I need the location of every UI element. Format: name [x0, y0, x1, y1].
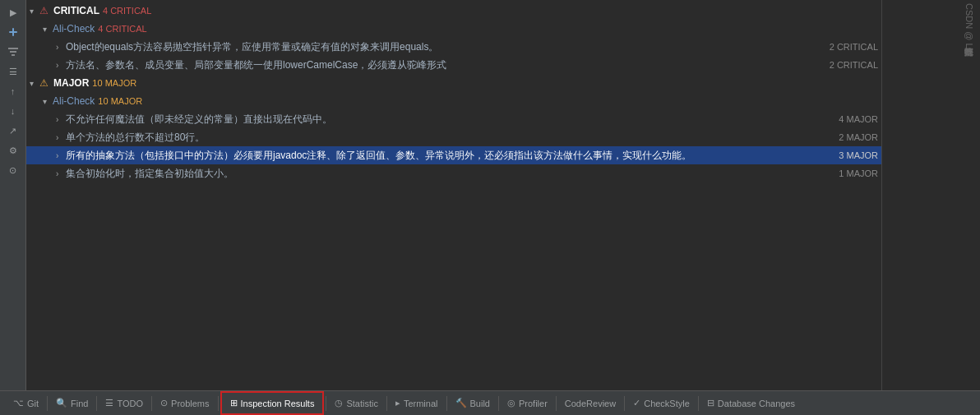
- problems-tab[interactable]: ⊙ Problems: [154, 391, 215, 415]
- expand-up-button[interactable]: ↑: [4, 82, 22, 100]
- item-camelcase-text: 方法名、参数名、成员变量、局部变量都统一使用lowerCamelCase，必须遵…: [66, 58, 825, 72]
- filter2-button[interactable]: ☰: [4, 62, 22, 81]
- checkstyle-tab[interactable]: ✓ CheckStyle: [626, 391, 696, 415]
- collapse-down-button[interactable]: ↓: [4, 102, 22, 120]
- codereview-tab[interactable]: CodeReview: [558, 391, 622, 415]
- main-area: ▶ ☰ ↑ ↓ ↗ ⚙ ⊙ ⚠ CRITICAL 4 CRITICAL: [0, 0, 980, 390]
- profiler-tab[interactable]: ◎ Profiler: [501, 391, 554, 415]
- ali-check-major-chevron: [43, 97, 53, 106]
- more-button[interactable]: ⊙: [4, 161, 22, 179]
- major-chevron: [30, 79, 39, 88]
- ali-check-major-row[interactable]: Ali-Check 10 MAJOR: [26, 92, 881, 110]
- database-changes-label: Database Changes: [718, 399, 795, 408]
- terminal-label: Terminal: [404, 399, 438, 408]
- statistic-tab[interactable]: ◷ Statistic: [328, 391, 385, 415]
- ali-check-critical-count: 4 CRITICAL: [98, 24, 146, 34]
- problems-icon: ⊙: [160, 398, 168, 408]
- git-tab[interactable]: ⌥ Git: [7, 391, 45, 415]
- database-changes-icon: ⊟: [707, 398, 714, 408]
- critical-root-row[interactable]: ⚠ CRITICAL 4 CRITICAL: [26, 2, 881, 20]
- ali-check-critical-row[interactable]: Ali-Check 4 CRITICAL: [26, 20, 881, 38]
- todo-icon: ☰: [105, 398, 113, 408]
- database-changes-tab[interactable]: ⊟ Database Changes: [700, 391, 802, 415]
- pin-button[interactable]: [4, 23, 22, 41]
- build-icon: 🔨: [455, 398, 467, 408]
- major-count: 10 MAJOR: [92, 78, 136, 88]
- find-icon: 🔍: [56, 398, 67, 408]
- item-abstract-row[interactable]: 所有的抽象方法（包括接口中的方法）必须要用javadoc注释、除了返回值、参数、…: [26, 146, 881, 164]
- terminal-icon: ▸: [395, 398, 400, 408]
- left-toolbar: ▶ ☰ ↑ ↓ ↗ ⚙ ⊙: [0, 0, 26, 390]
- item-abstract-count: 3 MAJOR: [839, 150, 878, 160]
- build-label: Build: [470, 399, 490, 408]
- critical-chevron: [30, 7, 39, 16]
- svg-rect-1: [12, 28, 14, 36]
- checkstyle-icon: ✓: [633, 398, 640, 408]
- item-collection-text: 集合初始化时，指定集合初始值大小。: [66, 167, 834, 181]
- item-magic-text: 不允许任何魔法值（即未经定义的常量）直接出现在代码中。: [66, 113, 834, 127]
- inspection-panel[interactable]: ⚠ CRITICAL 4 CRITICAL Ali-Check 4 CRITIC…: [26, 0, 881, 390]
- git-icon: ⌥: [13, 398, 24, 408]
- divider-11: [698, 396, 699, 411]
- item-camelcase-chevron: [56, 61, 66, 70]
- item-equals-count: 2 CRITICAL: [830, 42, 878, 52]
- settings-button[interactable]: ⚙: [4, 141, 22, 159]
- find-label: Find: [71, 399, 88, 408]
- major-label: MAJOR: [53, 77, 89, 89]
- divider-3: [151, 396, 152, 411]
- profiler-label: Profiler: [519, 399, 548, 408]
- item-camelcase-count: 2 CRITICAL: [830, 60, 878, 70]
- item-collection-chevron: [56, 169, 66, 178]
- item-collection-row[interactable]: 集合初始化时，指定集合初始值大小。 1 MAJOR: [26, 164, 881, 182]
- item-abstract-chevron: [56, 151, 66, 160]
- critical-count: 4 CRITICAL: [103, 6, 151, 16]
- item-method-lines-text: 单个方法的总行数不超过80行。: [66, 131, 834, 145]
- inspection-results-tab[interactable]: ⊞ Inspection Results: [220, 391, 325, 415]
- ali-check-major-label: Ali-Check: [53, 95, 95, 107]
- divider-4: [218, 396, 219, 411]
- find-tab[interactable]: 🔍 Find: [49, 391, 95, 415]
- major-root-row[interactable]: ⚠ MAJOR 10 MAJOR: [26, 74, 881, 92]
- item-method-lines-row[interactable]: 单个方法的总行数不超过80行。 2 MAJOR: [26, 128, 881, 146]
- inspection-results-icon: ⊞: [230, 398, 238, 408]
- divider-8: [498, 396, 499, 411]
- divider-7: [446, 396, 447, 411]
- item-camelcase-row[interactable]: 方法名、参数名、成员变量、局部变量都统一使用lowerCamelCase，必须遵…: [26, 56, 881, 74]
- item-equals-row[interactable]: Object的equals方法容易抛空指针异常，应使用常量或确定有值的对象来调用…: [26, 38, 881, 56]
- watermark: CSDN @吃海的虾蟹 Lin: [963, 3, 975, 55]
- todo-label: TODO: [117, 399, 143, 408]
- ali-check-critical-label: Ali-Check: [53, 23, 95, 35]
- item-collection-count: 1 MAJOR: [839, 168, 878, 178]
- checkstyle-label: CheckStyle: [644, 399, 690, 408]
- inspection-results-label: Inspection Results: [241, 399, 315, 408]
- item-equals-chevron: [56, 43, 66, 52]
- critical-warning-icon: ⚠: [39, 5, 51, 16]
- divider-5: [326, 396, 326, 411]
- item-magic-row[interactable]: 不允许任何魔法值（即未经定义的常量）直接出现在代码中。 4 MAJOR: [26, 110, 881, 128]
- filter-button[interactable]: [4, 43, 22, 61]
- item-abstract-text: 所有的抽象方法（包括接口中的方法）必须要用javadoc注释、除了返回值、参数、…: [66, 149, 834, 163]
- build-tab[interactable]: 🔨 Build: [449, 391, 497, 415]
- statistic-icon: ◷: [335, 398, 343, 408]
- divider-6: [386, 396, 387, 411]
- codereview-label: CodeReview: [565, 399, 616, 408]
- divider-10: [624, 396, 625, 411]
- major-warning-icon: ⚠: [39, 77, 51, 89]
- divider-2: [96, 396, 97, 411]
- ali-check-major-count: 10 MAJOR: [98, 96, 142, 106]
- divider-9: [556, 396, 557, 411]
- profiler-icon: ◎: [507, 398, 515, 408]
- todo-tab[interactable]: ☰ TODO: [99, 391, 150, 415]
- divider-1: [47, 396, 48, 411]
- right-panel: CSDN @吃海的虾蟹 Lin: [881, 0, 980, 390]
- problems-label: Problems: [171, 399, 209, 408]
- terminal-tab[interactable]: ▸ Terminal: [389, 391, 445, 415]
- ali-check-critical-chevron: [43, 25, 53, 34]
- run-button[interactable]: ▶: [4, 3, 22, 21]
- critical-label: CRITICAL: [53, 5, 99, 16]
- export-button[interactable]: ↗: [4, 122, 22, 140]
- item-method-lines-count: 2 MAJOR: [839, 132, 878, 142]
- item-magic-count: 4 MAJOR: [839, 114, 878, 124]
- status-bar: ⌥ Git 🔍 Find ☰ TODO ⊙ Problems ⊞ Inspect…: [0, 390, 980, 415]
- git-label: Git: [27, 399, 39, 408]
